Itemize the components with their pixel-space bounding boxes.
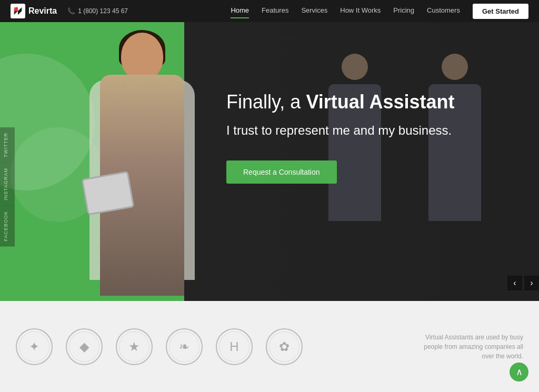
badge-3: ❧ <box>166 328 203 365</box>
hero-subtitle: I trust to represent me and my business. <box>226 122 497 139</box>
nav-link-how-it-works[interactable]: How It Works <box>340 6 381 16</box>
badge-container: ✦◆★❧H✿ <box>16 328 407 365</box>
brand-name: Revirta <box>28 6 57 16</box>
nav-link-customers[interactable]: Customers <box>427 6 460 16</box>
hero-text: Finally, a Virtual Assistant I trust to … <box>226 91 497 184</box>
hero-section: Finally, a Virtual Assistant I trust to … <box>0 22 539 301</box>
badge-0: ✦ <box>16 328 53 365</box>
hero-title-bold: Virtual Assistant <box>306 91 454 113</box>
hero-title-plain: Finally, a <box>226 91 306 113</box>
slider-prev-button[interactable]: ‹ <box>507 276 522 290</box>
nav-link-pricing[interactable]: Pricing <box>393 6 414 16</box>
navbar: Revirta 📞 1 (800) 123 45 67 HomeFeatures… <box>0 0 539 22</box>
phone-number: 1 (800) 123 45 67 <box>78 7 128 15</box>
social-sidebar: Twitter Instagram Facebook <box>0 127 15 246</box>
badge-1: ◆ <box>66 328 103 365</box>
woman-head <box>121 33 163 80</box>
brand-logo[interactable]: Revirta <box>11 4 57 18</box>
logo-icon <box>11 4 25 18</box>
badge-5: ✿ <box>266 328 303 365</box>
badge-4: H <box>216 328 253 365</box>
nav-link-features[interactable]: Features <box>262 6 288 16</box>
phone-icon: 📞 <box>67 7 75 15</box>
hero-woman-figure <box>68 27 216 301</box>
nav-link-home[interactable]: Home <box>231 6 249 16</box>
social-facebook[interactable]: Facebook <box>0 206 15 247</box>
partners-strip: ✦◆★❧H✿ Virtual Assistants are used by bu… <box>0 301 539 392</box>
nav-links: HomeFeaturesServicesHow It WorksPricingC… <box>231 6 460 16</box>
strip-text: Virtual Assistants are used by busy peop… <box>418 333 523 361</box>
scroll-top-button[interactable]: ∧ <box>510 363 528 381</box>
woman-shape <box>68 27 216 301</box>
nav-link-services[interactable]: Services <box>301 6 327 16</box>
social-instagram[interactable]: Instagram <box>0 163 15 206</box>
nav-phone: 📞 1 (800) 123 45 67 <box>67 7 128 15</box>
hero-title: Finally, a Virtual Assistant <box>226 91 497 113</box>
hero-cta-button[interactable]: Request a Consultation <box>226 160 337 184</box>
badge-2: ★ <box>116 328 153 365</box>
get-started-button[interactable]: Get Started <box>473 4 528 19</box>
slider-next-button[interactable]: › <box>524 276 539 290</box>
social-twitter[interactable]: Twitter <box>0 127 15 163</box>
